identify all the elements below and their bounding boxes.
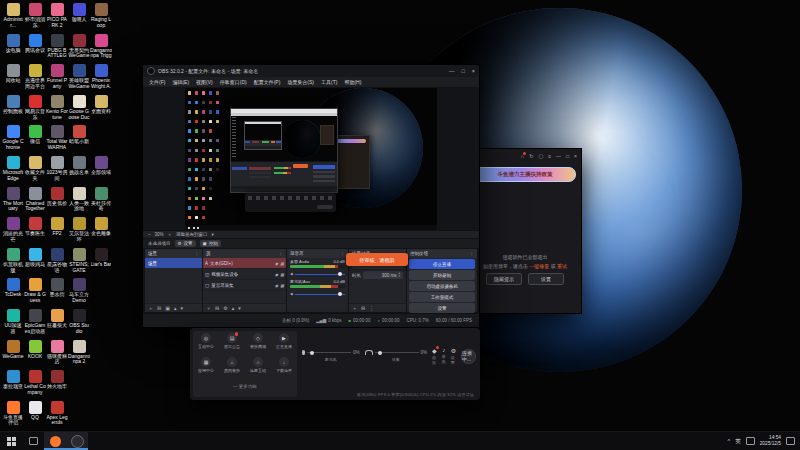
- desktop-icon[interactable]: 艾尔登法环: [68, 217, 90, 248]
- scenes-toolbar-button[interactable]: ▣: [165, 305, 170, 311]
- desktop-icon[interactable]: 挑战名单: [68, 156, 90, 187]
- sources-toolbar-button[interactable]: ＋: [206, 305, 211, 311]
- obs-titlebar[interactable]: OBS 32.0.2 - 配置文件: 未命名 - 场景: 未命名 — □ ×: [143, 65, 479, 77]
- douyu-titlebar-icon[interactable]: ×: [574, 153, 577, 159]
- desktop-icon[interactable]: Chained Together: [24, 187, 46, 218]
- controls-dock-header[interactable]: 控制按钮 ⋮: [407, 249, 477, 258]
- desktop-icon[interactable]: Total War WARHAMMER: [46, 125, 68, 156]
- obs-menu-item[interactable]: 工具(T): [321, 79, 337, 85]
- duration-stepper[interactable]: ▴▾: [398, 272, 400, 278]
- desktop-icon[interactable]: 英雄联盟 WeGame: [68, 64, 90, 95]
- desktop-icon[interactable]: 烛火地牢: [46, 370, 68, 401]
- desktop-icon[interactable]: Danganronpa Trigger: [90, 34, 112, 65]
- desktop-icon[interactable]: 墨水街: [46, 278, 68, 309]
- quick-action-button[interactable]: ◆ 画质: [432, 347, 437, 365]
- taskbar-app-douyu[interactable]: [44, 432, 66, 450]
- desktop-icon[interactable]: 马车立方 Demo: [68, 278, 90, 309]
- dock-menu-icon[interactable]: ⋮: [279, 251, 284, 256]
- dock-menu-icon[interactable]: ⋮: [341, 251, 346, 256]
- desktop-icon[interactable]: WeGame: [2, 340, 24, 371]
- plugin-settings-button[interactable]: ⚙ 设置: [175, 240, 196, 247]
- volume-slider[interactable]: [295, 274, 345, 275]
- desktop-icon[interactable]: Liar's Bar: [90, 248, 112, 279]
- desktop-icon[interactable]: Danganronpa 2: [68, 340, 90, 371]
- desktop-icon[interactable]: 狂暴柴犬: [46, 309, 68, 340]
- source-item[interactable]: A 文本(GDI+) ◉ ▩: [203, 258, 286, 269]
- douyu-titlebar-icon[interactable]: ▢: [538, 153, 543, 159]
- desktop-icon[interactable]: 全部领域: [90, 156, 112, 187]
- source-item[interactable]: ▢ 显示器采集 ◉ ▩: [203, 280, 286, 291]
- desktop-icon[interactable]: STEINS;GATE: [68, 248, 90, 279]
- taskbar-app-obs[interactable]: [66, 432, 88, 450]
- dock-menu-icon[interactable]: ⋮: [195, 251, 200, 256]
- hide-tip-button[interactable]: 隐藏提示: [486, 273, 522, 285]
- mic-volume-slider[interactable]: [307, 352, 351, 353]
- scenes-toolbar-button[interactable]: ⊟: [157, 305, 161, 311]
- close-button[interactable]: ×: [472, 68, 475, 74]
- source-item[interactable]: ◫ 视频采集设备 ◉ ▩: [203, 269, 286, 280]
- obs-preview[interactable]: [143, 88, 479, 230]
- taskbar-clock[interactable]: 14:54 2025/12/5: [760, 435, 781, 447]
- control-button[interactable]: 设置: [409, 303, 475, 313]
- desktop-icon[interactable]: Kento Fortune: [46, 95, 68, 126]
- desktop-icon[interactable]: 消逝的光芒: [2, 217, 24, 248]
- desktop-icon[interactable]: Phoenix Wright A.: [90, 64, 112, 95]
- desktop-icon[interactable]: 控制面板: [2, 95, 24, 126]
- zoom-out-button[interactable]: –: [148, 232, 151, 237]
- desktop-icon[interactable]: 桌面资料: [90, 95, 112, 126]
- duration-input[interactable]: 300 ms ▴▾: [363, 271, 403, 279]
- companion-function-button[interactable]: ◎ 互动中心: [193, 333, 219, 357]
- desktop-icon[interactable]: 无畏契约 WeGame: [68, 34, 90, 65]
- desktop-icon[interactable]: Funnel Party: [46, 64, 68, 95]
- obs-menu-item[interactable]: 编辑(E): [172, 79, 189, 85]
- transitions-toolbar-button[interactable]: ＋: [352, 305, 357, 311]
- touch-keyboard-icon[interactable]: [746, 437, 755, 445]
- douyu-settings-button[interactable]: 设置: [528, 273, 564, 285]
- accompaniment-volume-slider[interactable]: [375, 352, 419, 353]
- desktop-icon[interactable]: 网易云音乐: [24, 95, 46, 126]
- desktop-icon[interactable]: 1023号房间: [46, 156, 68, 187]
- obs-menu-item[interactable]: 视图(V): [196, 79, 213, 85]
- desktop-icon[interactable]: 超级鸡马: [24, 248, 46, 279]
- zoom-in-button[interactable]: ＋: [168, 232, 173, 237]
- desktop-icon[interactable]: 收藏文件夹: [24, 156, 46, 187]
- companion-function-button[interactable]: ▦ 应用中心: [193, 357, 219, 381]
- desktop-icon[interactable]: UU加速器: [2, 309, 24, 340]
- desktop-icon[interactable]: 猫咪蛋糕店: [46, 340, 68, 371]
- dock-menu-icon[interactable]: ⋮: [470, 251, 475, 256]
- douyu-titlebar-icon[interactable]: ∩: [521, 153, 525, 159]
- visibility-eye-icon[interactable]: ◉: [275, 261, 279, 266]
- lock-icon[interactable]: ▩: [280, 261, 284, 266]
- tray-chevron-icon[interactable]: ^: [728, 438, 731, 444]
- obs-menu-item[interactable]: 配置文件(P): [254, 79, 281, 85]
- mixer-dock-header[interactable]: 混音器 ⋮: [287, 249, 348, 258]
- desktop-icon[interactable]: Goose Goose Duck: [68, 95, 90, 126]
- douyu-titlebar-icon[interactable]: ↻: [529, 153, 533, 159]
- repair-link[interactable]: 一键修复: [529, 263, 549, 269]
- desktop-icon[interactable]: FP2: [46, 217, 68, 248]
- desktop-icon[interactable]: Apex Legends: [46, 401, 68, 432]
- maximize-button[interactable]: □: [461, 68, 464, 74]
- desktop-icon[interactable]: 咖喱人: [68, 3, 90, 34]
- sources-toolbar-button[interactable]: ⚙: [223, 305, 227, 311]
- fit-canvas-dropdown[interactable]: 调整画布到窗口: [176, 232, 208, 237]
- scene-item-selected[interactable]: 场景: [145, 258, 202, 268]
- desktop-icon[interactable]: 蜡笔小新: [68, 125, 90, 156]
- obs-menu-item[interactable]: 帮助(H): [344, 79, 361, 85]
- desktop-icon[interactable]: 美杜莎传奇: [90, 187, 112, 218]
- obs-menu-item[interactable]: 停靠窗口(D): [220, 79, 247, 85]
- lock-icon[interactable]: ▩: [280, 272, 284, 277]
- desktop-icon[interactable]: Draw & Guess: [24, 278, 46, 309]
- desktop-icon[interactable]: EpicGames启动器: [24, 309, 46, 340]
- desktop-icon[interactable]: 饥荒联机版: [2, 248, 24, 279]
- desktop-icon[interactable]: PUBG BATTLEGROUNDS: [46, 34, 68, 65]
- desktop-icon[interactable]: 历史低价: [46, 187, 68, 218]
- desktop-icon[interactable]: 星露谷物语: [46, 248, 68, 279]
- plugin-control-button[interactable]: ▣ 控制: [200, 240, 221, 247]
- transitions-toolbar-button[interactable]: ⋮: [369, 305, 374, 311]
- connect-status-button[interactable]: 连接中...: [461, 349, 476, 364]
- desktop-icon[interactable]: 人类一败涂地: [68, 187, 90, 218]
- desktop-icon[interactable]: 微信: [24, 125, 46, 156]
- transitions-toolbar-button[interactable]: ⊟: [361, 305, 365, 311]
- control-button[interactable]: 开始录制: [409, 270, 475, 280]
